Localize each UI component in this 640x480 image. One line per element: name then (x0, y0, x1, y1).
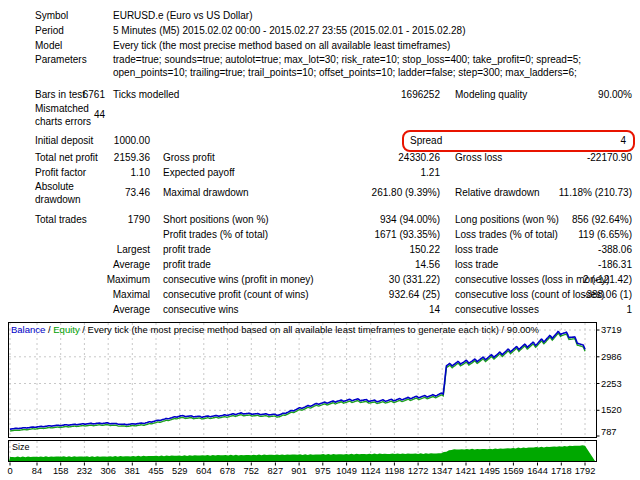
row-mismatched: Mismatched charts errors 44 (0, 102, 640, 128)
x-tick-label: 1569 (503, 466, 524, 476)
x-tick-label: 1198 (384, 466, 404, 476)
strategy-tester-report: { "report": { "symbol_label":"Symbol","s… (0, 0, 640, 480)
absolute-drawdown-value: 73.46 (35, 180, 150, 206)
size-panel-label: Size (12, 442, 30, 452)
row-profit-factor: Profit factor 1.10 Expected payoff 1.21 (0, 165, 640, 180)
x-tick-label: 1644 (527, 466, 548, 476)
symbol-value: EURUSD.e (Euro vs US Dollar) (113, 8, 252, 23)
loss-trades-value: 119 (6.65%) (455, 227, 632, 242)
row-symbol: Symbol EURUSD.e (Euro vs US Dollar) (0, 8, 640, 23)
period-label: Period (35, 23, 103, 38)
average-consecutive-label: Average (35, 302, 150, 317)
y-tick-label: 2986 (601, 352, 622, 362)
largest-label: Largest (35, 242, 150, 257)
report-table: Symbol EURUSD.e (Euro vs US Dollar) Peri… (0, 0, 640, 317)
legend-balance: Balance (11, 324, 45, 335)
mismatched-value: 44 (35, 102, 105, 128)
x-tick-label: 1495 (479, 466, 500, 476)
y-tick-label: 3719 (601, 325, 622, 335)
x-tick-label: 827 (268, 466, 284, 476)
short-positions-value: 934 (94.00%) (163, 212, 440, 227)
symbol-label: Symbol (35, 8, 103, 23)
x-tick-label: 0 (7, 466, 12, 476)
legend-description: / Every tick (the most precise method ba… (80, 324, 539, 335)
legend-equity: Equity (53, 324, 79, 335)
main-chart-frame (9, 323, 597, 438)
maximal-label: Maximal (35, 287, 150, 302)
period-value: 5 Minutes (M5) 2015.02.02 00:00 - 2015.0… (113, 23, 465, 38)
x-tick-label: 306 (100, 466, 116, 476)
average-label: Average (35, 257, 150, 272)
row-maximal-consecutive: Maximal consecutive profit (count of win… (0, 287, 640, 302)
x-tick-label: 84 (32, 466, 42, 476)
x-tick-label: 1347 (432, 466, 453, 476)
row-average-consecutive: Average consecutive wins 14 consecutive … (0, 302, 640, 317)
row-maximum-consecutive: Maximum consecutive wins (profit in mone… (0, 272, 640, 287)
consecutive-profit-value: 932.64 (25) (163, 287, 440, 302)
maximum-label: Maximum (35, 272, 150, 287)
total-trades-value: 1790 (35, 212, 150, 227)
x-tick-label: 1792 (575, 466, 596, 476)
average-profit-trade-value: 14.56 (163, 257, 440, 272)
x-tick-label: 1049 (336, 466, 357, 476)
x-tick-label: 752 (244, 466, 260, 476)
expected-payoff-value: 1.21 (163, 165, 440, 180)
x-tick-label: 1718 (551, 466, 572, 476)
consecutive-losses-value: 2 (-121.42) (455, 272, 632, 287)
row-net-profit: Total net profit 2159.36 Gross profit 24… (0, 150, 640, 165)
consecutive-wins-value: 30 (331.22) (163, 272, 440, 287)
x-tick-label: 158 (53, 466, 69, 476)
relative-drawdown-value: 11.18% (210.73) (455, 180, 632, 206)
model-label: Model (35, 38, 103, 53)
x-tick-label: 381 (124, 466, 140, 476)
chart-canvas: 0841582323063814555296046787528279019751… (0, 322, 640, 480)
y-tick-label: 2253 (601, 379, 622, 389)
bars-value: 6761 (35, 87, 105, 102)
row-initial-deposit: Initial deposit 1000.00 Spread 4 (0, 132, 640, 150)
x-tick-label: 1421 (456, 466, 477, 476)
x-tick-label: 1272 (408, 466, 429, 476)
average-loss-trade-value: -186.31 (455, 257, 632, 272)
row-bars: Bars in test 6761 Ticks modelled 1696252… (0, 87, 640, 102)
parameters-label: Parameters (35, 53, 103, 66)
x-tick-label: 1124 (361, 466, 381, 476)
row-parameters: Parameters trade=true; sounds=true; auto… (0, 53, 640, 83)
net-profit-value: 2159.36 (35, 150, 150, 165)
maximal-drawdown-value: 261.80 (9.39%) (163, 180, 440, 206)
profit-trades-value: 1671 (93.35%) (163, 227, 440, 242)
consecutive-loss-value: -388.06 (1) (455, 287, 632, 302)
x-tick-label: 975 (315, 466, 331, 476)
ticks-value: 1696252 (163, 87, 440, 102)
row-total-trades: Total trades 1790 Short positions (won %… (0, 212, 640, 227)
quality-value: 90.00% (455, 87, 632, 102)
parameters-value: trade=true; sounds=true; autolot=true; m… (113, 53, 635, 79)
largest-loss-trade-value: -388.06 (455, 242, 632, 257)
x-tick-label: 901 (291, 466, 307, 476)
row-profit-trades: Profit trades (% of total) 1671 (93.35%)… (0, 227, 640, 242)
profit-factor-value: 1.10 (35, 165, 150, 180)
initial-deposit-value: 1000.00 (35, 132, 150, 150)
row-period: Period 5 Minutes (M5) 2015.02.02 00:00 -… (0, 23, 640, 38)
y-tick-label: 787 (601, 427, 617, 437)
y-tick-label: 1520 (601, 405, 622, 415)
spread-value: 4 (410, 132, 626, 150)
x-tick-label: 455 (148, 466, 164, 476)
avg-consecutive-wins-value: 14 (163, 302, 440, 317)
x-tick-label: 232 (77, 466, 93, 476)
x-tick-label: 529 (172, 466, 188, 476)
avg-consecutive-losses-value: 1 (455, 302, 632, 317)
gross-profit-value: 24330.26 (163, 150, 440, 165)
chart-legend: Balance / Equity / Every tick (the most … (11, 324, 539, 335)
model-value: Every tick (the most precise method base… (113, 38, 450, 53)
long-positions-value: 856 (92.64%) (455, 212, 632, 227)
row-average-trade: Average profit trade 14.56 loss trade -1… (0, 257, 640, 272)
largest-profit-trade-value: 150.22 (163, 242, 440, 257)
balance-chart: Balance / Equity / Every tick (the most … (0, 322, 640, 480)
gross-loss-value: -22170.90 (455, 150, 632, 165)
row-model: Model Every tick (the most precise metho… (0, 38, 640, 53)
row-largest: Largest profit trade 150.22 loss trade -… (0, 242, 640, 257)
x-tick-label: 604 (196, 466, 212, 476)
row-drawdown: Absolute drawdown 73.46 Maximal drawdown… (0, 180, 640, 206)
x-tick-label: 678 (220, 466, 236, 476)
